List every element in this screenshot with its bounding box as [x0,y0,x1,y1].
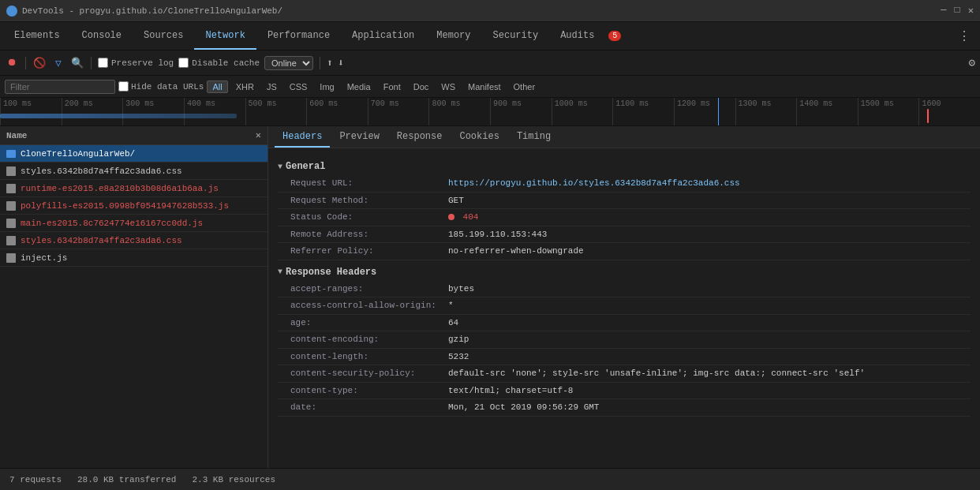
more-menu-btn[interactable]: ⋮ [952,28,977,44]
tab-audits[interactable]: Audits [549,22,605,50]
filter-img-btn[interactable]: Img [315,81,339,92]
filter-xhr-btn[interactable]: XHR [231,81,259,92]
export-btn[interactable]: ⬇ [338,57,344,69]
accept-ranges-row: accept-ranges: bytes [278,281,971,298]
tick-1000: 1000 ms [552,98,613,125]
file-icon-5 [6,219,16,228]
tab-performance[interactable]: Performance [256,22,341,50]
disable-cache-label[interactable]: Disable cache [178,58,260,68]
request-method-key: Request Method: [290,194,448,208]
throttle-select[interactable]: Online [264,56,313,70]
tab-network[interactable]: Network [194,22,256,50]
tab-timing[interactable]: Timing [509,126,559,148]
status-bar: 7 requests 28.0 KB transferred 2.3 KB re… [0,468,980,490]
filter-manifest-btn[interactable]: Manifest [463,81,506,92]
tab-sources[interactable]: Sources [133,22,194,50]
general-section-header[interactable]: ▼ General [278,161,971,172]
file-name-7: inject.js [21,253,67,263]
tick-800: 800 ms [428,98,490,125]
content-length-val: 5232 [448,350,469,364]
tick-700: 700 ms [368,98,429,125]
request-url-val: https://progyu.github.io/styles.6342b8d7… [448,177,740,190]
filter-css-btn[interactable]: CSS [285,81,312,92]
file-item-7[interactable]: inject.js [0,249,267,267]
file-item-4[interactable]: polyfills-es2015.0998bf0541947628b533.js [0,197,267,215]
details-panel: Headers Preview Response Cookies Timing … [268,126,980,468]
file-name-6: styles.6342b8d7a4ffa2c3ada6.css [21,236,182,245]
tick-600: 600 ms [306,98,368,125]
svg-rect-5 [6,236,16,245]
filter-doc-btn[interactable]: Doc [409,81,434,92]
file-item-5[interactable]: main-es2015.8c7624774e16167cc0dd.js [0,215,267,232]
date-key: date: [290,401,448,414]
tab-cookies[interactable]: Cookies [451,126,507,148]
import-btn[interactable]: ⬆ [327,57,333,69]
devtools-logo [6,6,17,17]
accept-ranges-key: accept-ranges: [290,282,448,296]
preserve-log-label[interactable]: Preserve log [98,58,174,68]
disable-cache-checkbox[interactable] [178,58,189,68]
minimize-btn[interactable]: ─ [941,5,946,17]
window-controls[interactable]: ─ □ ✕ [941,5,974,17]
tab-response[interactable]: Response [389,126,451,148]
toolbar-sep-1 [25,57,26,69]
tab-memory[interactable]: Memory [425,22,481,50]
hide-data-urls-label[interactable]: Hide data URLs [118,81,204,92]
file-item-2[interactable]: styles.6342b8d7a4ffa2c3ada6.css [0,163,267,180]
maximize-btn[interactable]: □ [955,5,960,17]
remote-address-key: Remote Address: [290,228,448,241]
content-encoding-val: gzip [448,333,469,346]
file-item-6[interactable]: styles.6342b8d7a4ffa2c3ada6.css [0,232,267,249]
tab-security[interactable]: Security [482,22,550,50]
file-icon-7 [6,253,16,263]
svg-rect-4 [6,219,16,228]
filter-other-btn[interactable]: Other [509,81,540,92]
referrer-policy-row: Referrer Policy: no-referrer-when-downgr… [278,243,971,260]
response-headers-arrow: ▼ [278,267,282,276]
file-icon-2 [6,166,16,176]
age-row: age: 64 [278,315,971,332]
svg-rect-2 [6,184,16,193]
filter-input[interactable] [5,80,115,94]
access-control-key: access-control-allow-origin: [290,299,448,312]
response-headers-section[interactable]: ▼ Response Headers [278,267,971,278]
settings-btn[interactable]: ⚙ [969,56,975,69]
tick-1200: 1200 ms [674,98,735,125]
filter-font-btn[interactable]: Font [379,81,406,92]
timeline-marker [718,98,719,125]
tick-1100: 1100 ms [612,98,674,125]
age-val: 64 [448,316,458,330]
filter-ws-btn[interactable]: WS [436,81,460,92]
tab-elements[interactable]: Elements [3,22,71,50]
close-btn[interactable]: ✕ [968,5,974,17]
details-tabs: Headers Preview Response Cookies Timing [268,126,980,148]
tab-application[interactable]: Application [341,22,425,50]
tab-preview[interactable]: Preview [331,126,387,148]
status-code-key: Status Code: [290,211,448,224]
svg-rect-3 [6,201,16,211]
content-type-val: text/html; charset=utf-8 [448,384,573,398]
hide-data-urls-checkbox[interactable] [118,81,129,92]
request-method-val: GET [448,194,464,208]
tab-console[interactable]: Console [71,22,133,50]
clear-btn[interactable]: 🚫 [32,56,47,70]
filter-all-btn[interactable]: All [207,80,227,93]
title-text: DevTools - progyu.github.io/CloneTrelloA… [22,6,282,16]
file-item-1[interactable]: CloneTrelloAngularWeb/ [0,145,267,163]
status-code-row: Status Code: 404 [278,209,971,226]
csp-key: content-security-policy: [290,367,448,380]
file-item-3[interactable]: runtime-es2015.e8a2810b3b08d6a1b6aa.js [0,180,267,197]
search-btn[interactable]: 🔍 [70,56,84,70]
filter-js-btn[interactable]: JS [262,81,282,92]
record-btn[interactable]: ⏺ [5,56,19,70]
filter-media-btn[interactable]: Media [342,81,376,92]
filter-bar: Hide data URLs All XHR JS CSS Img Media … [0,76,980,98]
close-detail-btn[interactable]: ✕ [256,129,261,141]
content-type-row: content-type: text/html; charset=utf-8 [278,383,971,400]
referrer-policy-val: no-referrer-when-downgrade [448,245,584,258]
top-nav: Elements Console Sources Network Perform… [0,22,980,50]
preserve-log-checkbox[interactable] [98,58,108,68]
filter-icon[interactable]: ▽ [51,56,65,70]
tab-headers[interactable]: Headers [275,126,330,148]
csp-row: content-security-policy: default-src 'no… [278,365,971,383]
